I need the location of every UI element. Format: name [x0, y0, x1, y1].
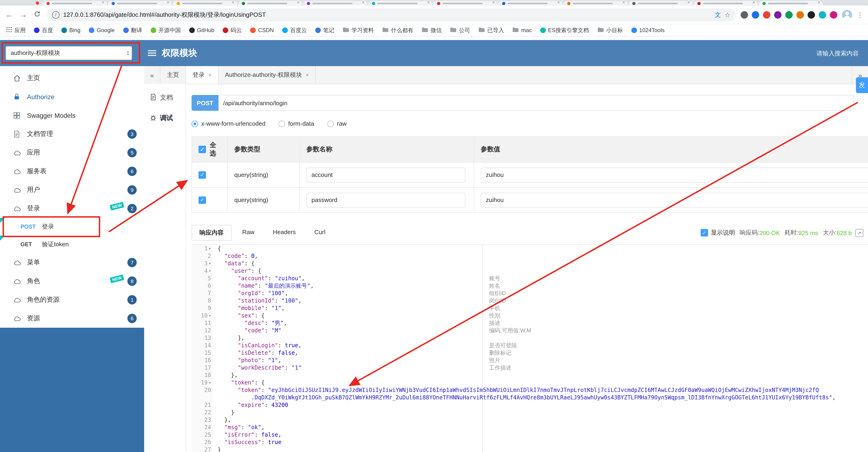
extension-icon[interactable]: [797, 11, 804, 19]
line-number[interactable]: 9: [191, 305, 213, 312]
browser-tab[interactable]: ×: [759, 1, 823, 6]
browser-tab-strip[interactable]: ××××××××××××: [0, 0, 868, 6]
header-search-input[interactable]: [788, 49, 860, 57]
line-number[interactable]: 26: [191, 439, 213, 446]
browser-tab[interactable]: ×: [563, 1, 628, 6]
radio-icon[interactable]: [191, 120, 198, 127]
extension-icon[interactable]: [741, 11, 748, 19]
fold-toggle-icon[interactable]: ▾: [209, 379, 211, 386]
sidebar-item-角色[interactable]: 角色NEW8: [0, 272, 144, 290]
line-number[interactable]: 21: [191, 401, 213, 409]
bookmark-item[interactable]: Bing: [61, 27, 81, 33]
bookmark-star-icon[interactable]: ☆: [724, 11, 731, 19]
show-desc-checkbox[interactable]: ✓: [701, 229, 708, 236]
tab-close-icon[interactable]: ×: [167, 0, 169, 5]
tab-close-icon[interactable]: ×: [687, 0, 690, 5]
side-tab-调试[interactable]: 调试: [144, 108, 186, 129]
profile-avatar[interactable]: [842, 9, 852, 20]
bookmark-item[interactable]: 百度: [34, 26, 53, 34]
param-value-input[interactable]: [481, 193, 868, 207]
hamburger-icon[interactable]: [148, 50, 156, 56]
extension-icon[interactable]: [785, 11, 793, 19]
line-number[interactable]: 18: [191, 371, 213, 379]
response-tab-响应内容[interactable]: 响应内容: [191, 225, 231, 241]
tab-close-icon[interactable]: ×: [492, 0, 495, 5]
sidebar-item-主页[interactable]: 主页: [0, 69, 144, 87]
fold-toggle-icon[interactable]: ▾: [209, 312, 211, 319]
row-checkbox[interactable]: ✓: [198, 196, 206, 204]
param-value-input[interactable]: [481, 167, 868, 182]
tab-close-icon[interactable]: ×: [306, 72, 309, 78]
line-number[interactable]: 22: [191, 409, 213, 416]
bookmark-item[interactable]: 小目标: [597, 26, 623, 34]
window-close-icon[interactable]: [36, 1, 39, 5]
tab-close-icon[interactable]: ×: [817, 0, 820, 5]
content-type-option[interactable]: raw: [327, 120, 347, 127]
line-number[interactable]: 25: [191, 431, 213, 439]
bookmark-item[interactable]: CSDN: [250, 27, 274, 33]
param-name-input[interactable]: [306, 167, 465, 182]
sidebar-item-文档管理[interactable]: 文档管理3: [0, 125, 144, 143]
response-tab-Raw[interactable]: Raw: [234, 225, 262, 241]
tab-close-icon[interactable]: ×: [232, 0, 234, 5]
sidebar-item-应用[interactable]: 应用5: [0, 143, 144, 162]
address-bar[interactable]: i 127.0.0.1:8760/api/gate/doc.html#/auth…: [46, 8, 736, 21]
content-type-option[interactable]: x-www-form-urlencoded: [191, 120, 266, 127]
radio-icon[interactable]: [327, 120, 334, 127]
bookmark-item[interactable]: 应用: [6, 26, 26, 34]
line-number[interactable]: 15: [191, 349, 213, 357]
line-number[interactable]: 24: [191, 424, 213, 431]
line-number[interactable]: 4▾: [191, 267, 213, 275]
line-number[interactable]: 13: [191, 334, 213, 342]
url-text[interactable]: 127.0.0.1:8760/api/gate/doc.html#/author…: [63, 10, 711, 19]
bookmark-item[interactable]: ES搜索引擎文档: [540, 26, 589, 34]
line-number[interactable]: 19▾: [191, 379, 213, 386]
bookmark-item[interactable]: 1024Tools: [631, 27, 664, 33]
browser-tab[interactable]: ×: [303, 1, 367, 6]
line-number[interactable]: 17: [191, 364, 213, 371]
line-number[interactable]: 23: [191, 416, 213, 424]
sidebar-item-登录[interactable]: 登录NEW2: [0, 199, 144, 218]
line-number[interactable]: 1▾: [191, 245, 213, 252]
forward-icon[interactable]: →: [19, 10, 28, 19]
extension-icon[interactable]: [808, 11, 815, 19]
tab-close-icon[interactable]: ×: [362, 0, 365, 5]
tab-close-icon[interactable]: ×: [101, 0, 104, 5]
tab-close-icon[interactable]: ×: [622, 0, 625, 5]
extension-icon[interactable]: [752, 11, 759, 19]
bookmark-item[interactable]: 开源中国: [150, 26, 181, 34]
row-checkbox[interactable]: ✓: [198, 171, 206, 179]
response-tab-Curl[interactable]: Curl: [306, 225, 333, 241]
sidebar-item-Authorize[interactable]: Authorize: [0, 87, 144, 106]
browser-tab[interactable]: ×: [694, 1, 758, 6]
extension-icon[interactable]: [763, 11, 770, 19]
request-path-input[interactable]: [218, 95, 854, 111]
tab-close-icon[interactable]: ×: [557, 0, 560, 5]
line-number[interactable]: 7: [191, 289, 213, 297]
line-number[interactable]: 6: [191, 282, 213, 289]
bookmark-item[interactable]: 码云: [223, 26, 242, 34]
line-number[interactable]: 16: [191, 357, 213, 364]
sidebar-item-角色的资源[interactable]: 角色的资源1: [0, 290, 144, 309]
back-icon[interactable]: ←: [5, 10, 14, 19]
workspace-tab[interactable]: 主页: [160, 66, 186, 84]
sidebar-operation-验证token[interactable]: GET验证token: [0, 235, 144, 253]
tabs-scroll-left[interactable]: «: [144, 66, 160, 84]
bookmark-item[interactable]: 什么都有: [382, 26, 413, 34]
browser-tab[interactable]: ×: [238, 1, 302, 6]
line-number[interactable]: 14: [191, 342, 213, 349]
sidebar-item-用户[interactable]: 用户9: [0, 180, 144, 199]
line-number[interactable]: 27: [191, 446, 213, 452]
tab-close-icon[interactable]: ×: [427, 0, 430, 5]
workspace-tab[interactable]: Authorize-authority-权限模块×: [218, 66, 316, 84]
line-number[interactable]: 12: [191, 327, 213, 334]
line-number[interactable]: 20: [191, 386, 213, 401]
sidebar-operation-登录[interactable]: POST登录: [0, 218, 144, 235]
browser-tab[interactable]: ×: [108, 1, 172, 6]
bookmark-item[interactable]: GitHub: [189, 27, 214, 33]
line-number[interactable]: 3▾: [191, 260, 213, 267]
expand-icon[interactable]: ↗: [856, 229, 863, 237]
bookmark-item[interactable]: 已导入: [478, 26, 504, 34]
bookmark-item[interactable]: Google: [89, 27, 115, 33]
fold-toggle-icon[interactable]: ▾: [209, 260, 211, 267]
